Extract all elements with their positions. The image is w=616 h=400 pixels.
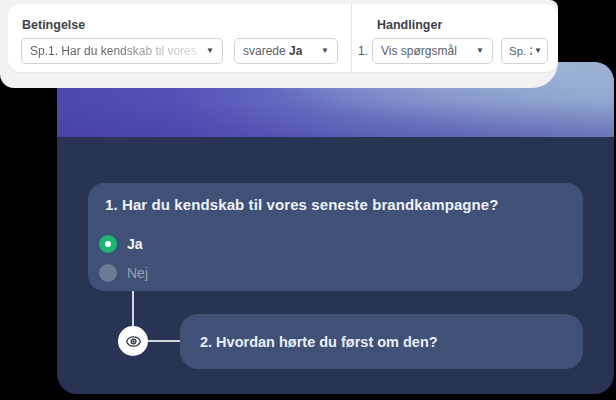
section-divider bbox=[351, 4, 352, 72]
branch-connector-vertical bbox=[132, 291, 134, 328]
radio-unselected-icon[interactable] bbox=[99, 264, 117, 282]
survey-preview-window: 1. Har du kendskab til vores seneste bra… bbox=[57, 62, 614, 394]
question-2-title: 2. Hvordan hørte du først om den? bbox=[200, 334, 438, 350]
question-1-title: 1. Har du kendskab til vores seneste bra… bbox=[105, 196, 569, 213]
action-target-value: Sp. 2 bbox=[509, 45, 532, 57]
condition-question-dropdown[interactable]: Sp.1. Har du kendskab til vores se... ▼ bbox=[21, 38, 223, 64]
chevron-down-icon: ▼ bbox=[206, 47, 214, 55]
question-2-pill[interactable]: 2. Hvordan hørte du først om den? bbox=[180, 314, 583, 369]
action-type-value: Vis spørgsmål bbox=[381, 44, 457, 58]
action-target-dropdown[interactable]: Sp. 2 ▼ bbox=[501, 38, 548, 64]
eye-icon bbox=[125, 333, 142, 350]
condition-question-value: Sp.1. Har du kendskab til vores se... bbox=[30, 44, 200, 58]
chevron-down-icon: ▼ bbox=[534, 47, 542, 55]
action-type-dropdown[interactable]: Vis spørgsmål ▼ bbox=[372, 38, 493, 64]
radio-selected-icon[interactable] bbox=[99, 235, 117, 253]
action-row-number: 1. bbox=[358, 44, 368, 58]
condition-answer-dropdown[interactable]: svarede Ja ▼ bbox=[234, 38, 338, 64]
actions-section-label: Handlinger bbox=[377, 18, 442, 32]
condition-section-label: Betingelse bbox=[22, 18, 85, 32]
answer-option-label: Nej bbox=[127, 265, 148, 281]
logic-toolbar-sheet: Betingelse Sp.1. Har du kendskab til vor… bbox=[0, 0, 558, 88]
show-question-button[interactable] bbox=[118, 326, 148, 356]
logic-toolbar-card: Betingelse Sp.1. Har du kendskab til vor… bbox=[8, 4, 558, 72]
question-1-card: 1. Har du kendskab til vores seneste bra… bbox=[88, 183, 583, 291]
answer-option-label: Ja bbox=[127, 236, 143, 252]
condition-answer-value: svarede Ja bbox=[243, 44, 302, 58]
chevron-down-icon: ▼ bbox=[476, 47, 484, 55]
answer-option-ja[interactable]: Ja bbox=[99, 235, 143, 253]
branch-connector-horizontal bbox=[147, 340, 181, 342]
chevron-down-icon: ▼ bbox=[321, 47, 329, 55]
answer-option-nej[interactable]: Nej bbox=[99, 264, 148, 282]
